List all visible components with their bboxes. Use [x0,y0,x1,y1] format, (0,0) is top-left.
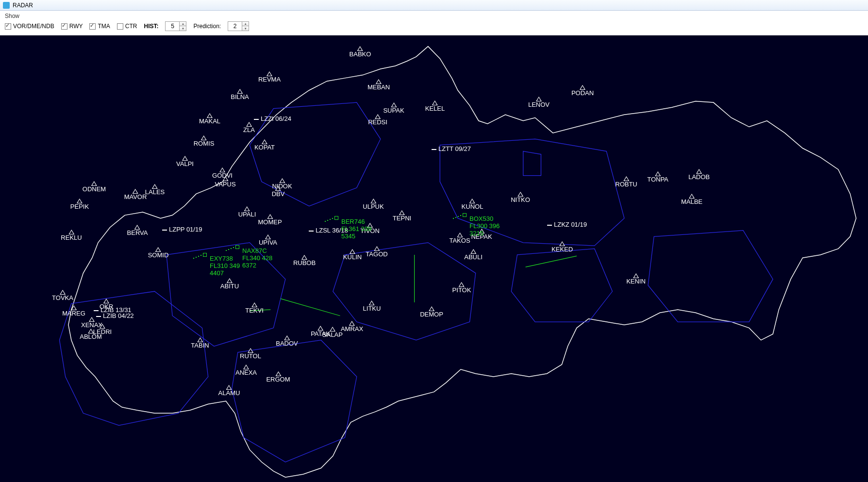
waypoint-label: TOVKA [52,294,73,301]
aircraft-history-dot [455,217,456,218]
hist-input[interactable] [166,22,179,31]
aircraft-history-dot [453,218,454,219]
tma-label: TMA [98,23,110,30]
aircraft-history-dot [330,219,331,220]
waypoint-revma: REVMA [258,71,281,83]
waypoint-label: DEMOP [420,311,443,318]
waypoint-label: REDSI [368,118,387,126]
rwy-label: RWY [69,23,83,30]
waypoint-label: MEBAN [367,83,390,91]
waypoint-label: SALAP [322,331,343,338]
waypoint-label: RUBOB [293,259,316,266]
waypoint-tagod: TAGOD [366,246,387,258]
waypoint-label: SOMID [148,251,169,259]
waypoint-vapus: VAPUS [215,176,235,188]
runway-label: LZKZ 01/19 [554,221,587,228]
waypoint-upali: UPALI [238,206,256,218]
waypoint-tekvi: TEKVI [245,302,264,314]
waypoint-malbe: MALBE [681,194,702,205]
pred-input[interactable] [228,22,242,31]
waypoint-pepik: PEPIK [70,199,89,210]
waypoint-label: UPIVA [259,239,277,246]
waypoint-upiva: UPIVA [259,234,277,246]
waypoint-label: VAPUS [215,181,235,188]
aircraft-history-dot [193,258,194,259]
waypoint-ladob: LADOB [688,169,710,181]
aircraft-symbol-icon [334,216,338,220]
tma-checkbox-wrap[interactable]: TMA [89,23,110,30]
radar-display[interactable]: BABKOREVMAMEBANBILNAPODANLENOVSUPAKKELEL… [0,35,868,482]
waypoint-zla: ZLA [243,122,255,133]
runway-lzzi0624: LZZI 06/24 [254,115,291,122]
aircraft-history-dot [458,216,459,217]
tma-checkbox[interactable] [89,23,96,30]
pred-down-button[interactable]: ▼ [242,26,249,31]
hist-down-button[interactable]: ▼ [179,26,186,31]
waypoint-odnem: ODNEM [83,181,106,193]
aircraft-box530[interactable]: BOX530FL300 3963215 [469,215,500,237]
aircraft-callsign: EXY738 [210,255,240,262]
waypoint-label: LADOB [688,173,710,181]
waypoint-podan: PODAN [571,85,594,97]
waypoint-redsi: REDSI [368,114,387,126]
waypoint-mareg: MAREG [62,305,85,317]
waypoint-label: KENIN [626,278,646,285]
aircraft-history-dot [198,256,199,257]
waypoint-label: MAKAL [199,117,220,125]
waypoint-kenin: KENIN [626,273,646,285]
waypoint-label: BERVA [127,229,148,236]
runway-label: LZPP 01/19 [169,226,202,233]
vor-checkbox-wrap[interactable]: VOR/DME/NDB [5,23,54,30]
waypoint-label: ULPUK [363,203,384,210]
pred-up-button[interactable]: ▲ [242,22,249,26]
aircraft-ber746[interactable]: BER746FL361 3395345 [341,218,371,240]
waypoint-label: ABITU [220,283,239,290]
aircraft-vector-line [281,299,340,316]
waypoint-pitok: PITOK [452,282,471,294]
aircraft-squawk: 3215 [469,230,500,237]
runway-label: LZZI 06/24 [261,115,291,122]
waypoint-label: ERGOM [266,376,290,383]
ctr-checkbox[interactable] [117,23,123,30]
waypoint-amrax: AMRAX [341,321,363,332]
waypoint-label: MOMEP [258,218,282,226]
aircraft-nax87c[interactable]: NAX87CFL340 4286372 [242,247,272,269]
runway-lztt0927: LZTT 09/27 [432,145,471,152]
waypoint-label: KELEL [425,105,445,112]
waypoint-tovka: TOVKA [52,290,73,301]
aircraft-callsign: NAX87C [242,247,272,254]
waypoint-mavor: MAVOR [124,189,147,200]
country-border [68,47,856,478]
pred-spinner[interactable]: ▲ ▼ [228,21,249,31]
waypoint-label: TEPNI [393,215,411,222]
waypoint-badov: BADOV [276,335,298,347]
aircraft-history-dot [233,247,234,248]
hist-spinner[interactable]: ▲ ▼ [165,21,186,31]
waypoint-reklu: REKLU [61,230,82,241]
waypoint-kunol: KUNOL [462,199,484,210]
runway-mark-icon [309,231,314,232]
aircraft-history-dot [460,215,461,216]
waypoint-alamu: ALAMU [218,385,240,397]
waypoint-litku: LITKU [363,300,381,312]
aircraft-exy738[interactable]: EXY738FL310 3494407 [210,255,240,277]
waypoint-dbv: DBV [272,186,285,198]
waypoint-label: ODNEM [83,185,106,193]
ctr-checkbox-wrap[interactable]: CTR [117,23,137,30]
waypoint-kulin: KULIN [343,249,362,261]
vor-checkbox[interactable] [5,23,11,30]
hist-up-button[interactable]: ▲ [179,22,186,26]
waypoint-valpi: VALPI [176,156,194,167]
waypoint-label: REKLU [61,234,82,241]
aircraft-history-dot [231,248,232,249]
waypoint-momep: MOMEP [258,214,282,226]
aircraft-flightlevel: FL300 396 [469,222,500,230]
rwy-checkbox-wrap[interactable]: RWY [61,23,83,30]
waypoint-label: KOPAT [254,144,275,151]
aircraft-history-dot [228,249,229,250]
waypoint-label: ROMIS [194,140,215,147]
aircraft-flightlevel: FL340 428 [242,254,272,262]
rwy-checkbox[interactable] [61,23,67,30]
runway-mark-icon [432,149,436,150]
aircraft-history-dot [332,218,333,219]
